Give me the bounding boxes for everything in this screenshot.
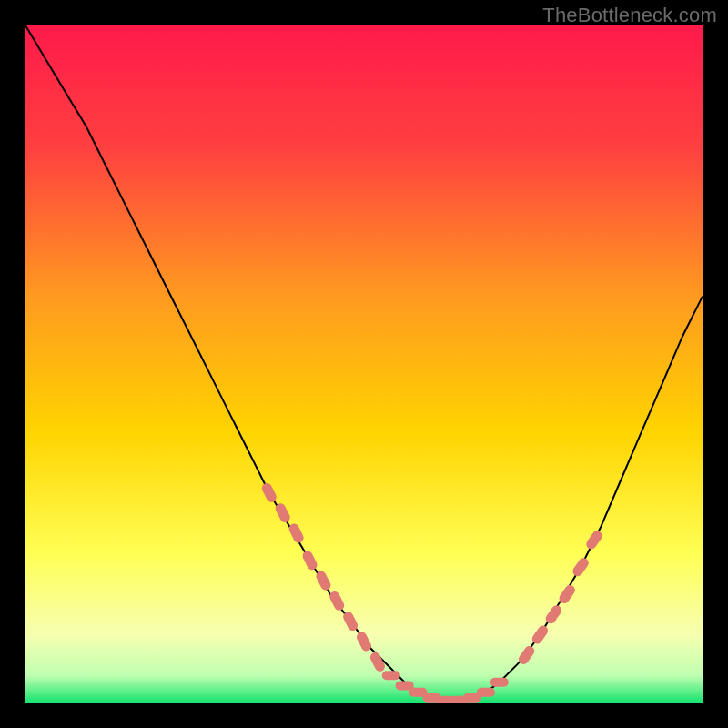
plot-area — [25, 25, 703, 703]
chart-frame: TheBottleneck.com — [0, 0, 728, 728]
gradient-background — [25, 25, 703, 703]
svg-rect-16 — [477, 688, 495, 697]
svg-rect-9 — [382, 671, 400, 680]
chart-svg — [25, 25, 703, 703]
watermark-text: TheBottleneck.com — [542, 4, 717, 27]
svg-rect-17 — [490, 678, 509, 687]
